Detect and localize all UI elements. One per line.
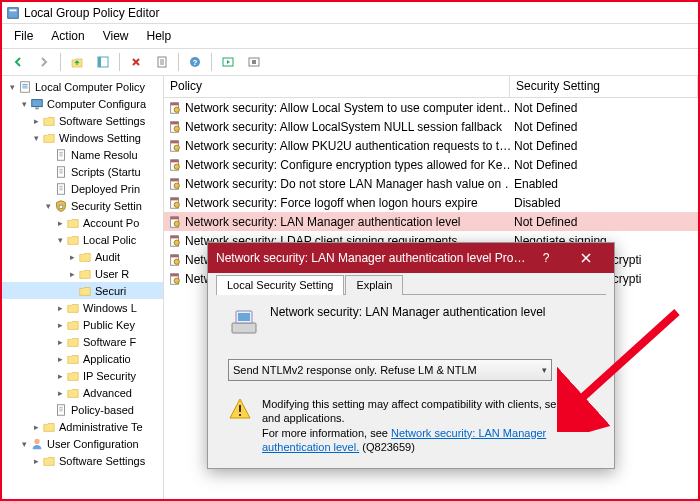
tree-node[interactable]: ▸Advanced [2,384,163,401]
tree-node[interactable]: ▾Local Computer Policy [2,78,163,95]
dialog-titlebar[interactable]: Network security: LAN Manager authentica… [208,243,614,273]
expand-icon[interactable]: ▸ [66,268,78,280]
expand-icon[interactable]: ▸ [54,353,66,365]
tree-node[interactable]: ▸Software Settings [2,112,163,129]
tree-node[interactable]: ▾Windows Setting [2,129,163,146]
tab-local-security-setting[interactable]: Local Security Setting [216,275,344,295]
policy-row[interactable]: Network security: Do not store LAN Manag… [164,174,698,193]
tree-label: Computer Configura [47,98,146,110]
tree-label: Securi [95,285,126,297]
up-button[interactable] [65,51,89,73]
svg-rect-40 [171,235,179,238]
expand-icon[interactable]: ▸ [54,302,66,314]
tree-node[interactable]: ▾Local Polic [2,231,163,248]
tree-node[interactable]: ▸Windows L [2,299,163,316]
show-pane-icon[interactable] [91,51,115,73]
tab-explain[interactable]: Explain [345,275,403,295]
properties-dialog: Network security: LAN Manager authentica… [207,242,615,469]
tree-node[interactable]: ▸Software F [2,333,163,350]
policy-row[interactable]: Network security: Force logoff when logo… [164,193,698,212]
menu-file[interactable]: File [6,26,41,46]
policy-value: Not Defined [510,101,698,115]
tree-node[interactable]: Deployed Prin [2,180,163,197]
action-icon-2[interactable] [242,51,266,73]
tree-label: Policy-based [71,404,134,416]
menu-help[interactable]: Help [139,26,180,46]
expand-icon[interactable] [42,183,54,195]
expand-icon[interactable]: ▸ [54,319,66,331]
expand-icon[interactable]: ▸ [54,336,66,348]
tree-node[interactable]: ▾User Configuration [2,435,163,452]
expand-icon[interactable]: ▸ [30,421,42,433]
policy-row[interactable]: Network security: Configure encryption t… [164,155,698,174]
expand-icon[interactable]: ▾ [54,234,66,246]
nav-tree[interactable]: ▾Local Computer Policy▾Computer Configur… [2,76,164,499]
expand-icon[interactable]: ▸ [66,251,78,263]
svg-rect-16 [58,404,65,415]
tree-node[interactable]: ▾Security Settin [2,197,163,214]
expand-icon[interactable]: ▾ [30,132,42,144]
tree-node[interactable]: Scripts (Startu [2,163,163,180]
tree-label: Public Key [83,319,135,331]
action-icon-1[interactable] [216,51,240,73]
policy-row[interactable]: Network security: LAN Manager authentica… [164,212,698,231]
tree-node[interactable]: ▸Public Key [2,316,163,333]
help-button[interactable]: ? [183,51,207,73]
tree-label: Windows L [83,302,137,314]
policy-value: Disabled [510,196,698,210]
menubar: File Action View Help [2,24,698,48]
svg-point-41 [174,240,179,245]
expand-icon[interactable]: ▾ [6,81,18,93]
tree-label: User Configuration [47,438,139,450]
expand-icon[interactable]: ▸ [54,217,66,229]
tree-node[interactable]: ▾Computer Configura [2,95,163,112]
dialog-help-button[interactable]: ? [526,243,566,273]
expand-icon[interactable]: ▸ [30,455,42,467]
tree-node[interactable]: ▸Account Po [2,214,163,231]
expand-icon[interactable] [66,285,78,297]
forward-button[interactable] [32,51,56,73]
expand-icon[interactable] [42,404,54,416]
tree-node[interactable]: ▸Administrative Te [2,418,163,435]
header-policy[interactable]: Policy [164,76,510,97]
tree-node[interactable]: ▸Applicatio [2,350,163,367]
header-setting[interactable]: Security Setting [510,76,698,97]
expand-icon[interactable] [42,166,54,178]
tree-node[interactable]: Name Resolu [2,146,163,163]
svg-rect-37 [171,216,179,219]
tree-node[interactable]: ▸Audit [2,248,163,265]
auth-level-dropdown[interactable]: Send NTLMv2 response only. Refuse LM & N… [228,359,552,381]
policy-value: Not Defined [510,139,698,153]
tree-node[interactable]: Policy-based [2,401,163,418]
svg-point-35 [174,202,179,207]
expand-icon[interactable]: ▸ [30,115,42,127]
menu-view[interactable]: View [95,26,137,46]
policy-row[interactable]: Network security: Allow PKU2U authentica… [164,136,698,155]
tree-node[interactable]: ▸Software Settings [2,452,163,469]
dialog-close-button[interactable] [566,243,606,273]
expand-icon[interactable]: ▸ [54,387,66,399]
svg-point-26 [174,145,179,150]
tree-node[interactable]: ▸User R [2,265,163,282]
expand-icon[interactable]: ▾ [18,98,30,110]
expand-icon[interactable]: ▾ [18,438,30,450]
expand-icon[interactable]: ▾ [42,200,54,212]
expand-icon[interactable] [42,149,54,161]
tree-node[interactable]: ▸IP Security [2,367,163,384]
svg-rect-0 [8,7,19,18]
tree-label: Administrative Te [59,421,143,433]
properties-button[interactable] [150,51,174,73]
policy-name: Network security: Allow PKU2U authentica… [185,139,510,153]
svg-rect-43 [171,254,179,257]
tree-node[interactable]: Securi [2,282,163,299]
policy-row[interactable]: Network security: Allow LocalSystem NULL… [164,117,698,136]
delete-button[interactable] [124,51,148,73]
dropdown-value: Send NTLMv2 response only. Refuse LM & N… [233,364,477,376]
svg-rect-28 [171,159,179,162]
tree-label: Applicatio [83,353,131,365]
expand-icon[interactable]: ▸ [54,370,66,382]
back-button[interactable] [6,51,30,73]
policy-row[interactable]: Network security: Allow Local System to … [164,98,698,117]
menu-action[interactable]: Action [43,26,92,46]
policy-name: Network security: Do not store LAN Manag… [185,177,510,191]
